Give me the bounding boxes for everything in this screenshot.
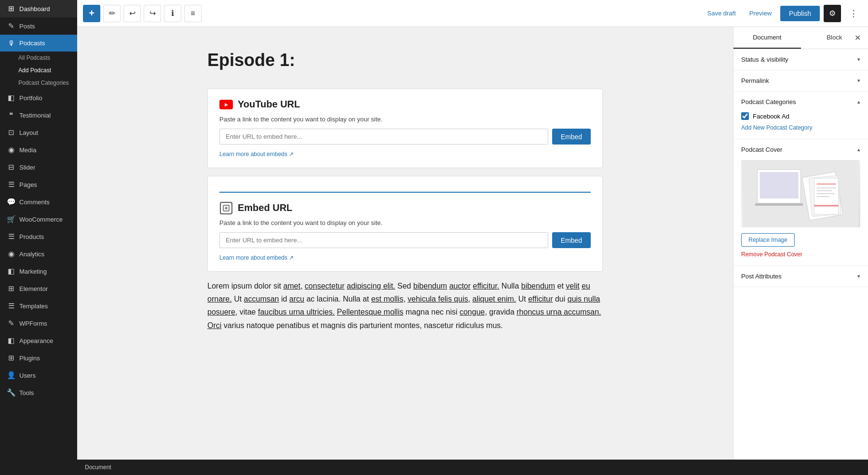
more-options-button[interactable]: ⋮ bbox=[845, 5, 862, 22]
sidebar-item-label: Products bbox=[19, 233, 44, 240]
sidebar-item-label: Podcasts bbox=[19, 40, 45, 47]
add-podcast-category-link[interactable]: Add New Podcast Category bbox=[741, 124, 812, 131]
section-podcast-categories-header[interactable]: Podcast Categories ▴ bbox=[733, 92, 868, 112]
undo-button[interactable]: ↩ bbox=[123, 5, 141, 22]
section-podcast-cover: Podcast Cover ▴ bbox=[733, 139, 868, 266]
elementor-icon: ⊞ bbox=[7, 284, 15, 293]
youtube-url-input[interactable] bbox=[219, 129, 548, 145]
dashboard-icon: ⊞ bbox=[7, 4, 15, 13]
sidebar-item-label: Media bbox=[19, 146, 36, 154]
remove-podcast-cover-link[interactable]: Remove Podcast Cover bbox=[741, 251, 802, 258]
sidebar-sub-add-podcast[interactable]: Add Podcast bbox=[0, 64, 77, 77]
podcasts-icon: 🎙 bbox=[7, 39, 15, 47]
post-attributes-chevron-icon: ▾ bbox=[857, 273, 860, 279]
embed-url-input[interactable] bbox=[219, 232, 548, 248]
sidebar-item-plugins[interactable]: ⊞ Plugins bbox=[0, 349, 77, 367]
section-status-label: Status & visibility bbox=[741, 56, 788, 63]
svg-rect-4 bbox=[755, 203, 803, 206]
section-permalink-header[interactable]: Permalink ▾ bbox=[733, 70, 868, 91]
section-post-attributes-header[interactable]: Post Attributes ▾ bbox=[733, 266, 868, 287]
sidebar-item-comments[interactable]: 💬 Comments bbox=[0, 193, 77, 211]
bottom-bar: Document bbox=[77, 460, 868, 475]
sidebar-item-label: Portfolio bbox=[19, 94, 42, 102]
settings-button[interactable]: ⚙ bbox=[824, 5, 841, 22]
sidebar-item-posts[interactable]: ✎ Posts bbox=[0, 17, 77, 35]
sidebar-item-woocommerce[interactable]: 🛒 WooCommerce bbox=[0, 211, 77, 228]
preview-button[interactable]: Preview bbox=[745, 7, 776, 20]
sidebar-sub-podcast-categories[interactable]: Podcast Categories bbox=[0, 77, 77, 89]
sidebar-item-label: Users bbox=[19, 372, 36, 379]
editor-inner: Episode 1: YouTube URL Paste a link to t… bbox=[207, 46, 603, 332]
post-title[interactable]: Episode 1: bbox=[207, 46, 603, 74]
sidebar-item-label: Pages bbox=[19, 181, 37, 188]
sidebar-item-label: Templates bbox=[19, 303, 48, 310]
sidebar-item-podcasts[interactable]: 🎙 Podcasts ◀ bbox=[0, 35, 77, 52]
embed-separator bbox=[219, 192, 591, 193]
embed-url-input-row: Embed bbox=[219, 232, 591, 248]
sidebar-item-dashboard[interactable]: ⊞ Dashboard bbox=[0, 0, 77, 17]
podcast-cover-image bbox=[741, 160, 860, 227]
sidebar-item-label: Posts bbox=[19, 23, 35, 30]
youtube-embed-block: YouTube URL Paste a link to the content … bbox=[207, 89, 603, 168]
section-post-attributes-label: Post Attributes bbox=[741, 273, 782, 280]
sidebar-item-templates[interactable]: ☰ Templates bbox=[0, 297, 77, 315]
sidebar-item-label: Plugins bbox=[19, 355, 40, 362]
section-podcast-categories: Podcast Categories ▴ Facebook Ad Add New… bbox=[733, 92, 868, 139]
edit-button[interactable]: ✏ bbox=[103, 5, 121, 22]
sidebar-item-pages[interactable]: ☰ Pages bbox=[0, 176, 77, 193]
sidebar-item-products[interactable]: ☰ Products bbox=[0, 228, 77, 245]
add-block-button[interactable]: + bbox=[83, 5, 100, 22]
sidebar-item-wpforms[interactable]: ✎ WPForms bbox=[0, 315, 77, 332]
sidebar-item-media[interactable]: ◉ Media bbox=[0, 141, 77, 158]
sidebar-item-tools[interactable]: 🔧 Tools bbox=[0, 384, 77, 401]
tab-document[interactable]: Document bbox=[733, 27, 801, 49]
sidebar-item-marketing[interactable]: ◧ Marketing bbox=[0, 263, 77, 280]
sidebar-item-testimonial[interactable]: ❝ Testimonial bbox=[0, 106, 77, 124]
embed-url-button[interactable]: Embed bbox=[552, 232, 591, 248]
section-status-header[interactable]: Status & visibility ▾ bbox=[733, 49, 868, 70]
replace-image-button[interactable]: Replace Image bbox=[741, 233, 795, 247]
redo-button[interactable]: ↪ bbox=[144, 5, 161, 22]
status-chevron-icon: ▾ bbox=[857, 56, 860, 63]
embed-generic-icon bbox=[220, 202, 232, 214]
sidebar-item-label: Elementor bbox=[19, 285, 48, 292]
users-icon: 👤 bbox=[7, 371, 15, 380]
sidebar-item-label: Analytics bbox=[19, 251, 44, 258]
podcast-categories-label: Podcast Categories bbox=[18, 79, 69, 86]
youtube-embed-button[interactable]: Embed bbox=[552, 129, 591, 145]
youtube-embed-input-row: Embed bbox=[219, 129, 591, 145]
sidebar-item-layout[interactable]: ⊡ Layout bbox=[0, 124, 77, 141]
publish-button[interactable]: Publish bbox=[780, 6, 820, 21]
podcast-cover-chevron-icon: ▴ bbox=[857, 146, 860, 153]
section-post-attributes: Post Attributes ▾ bbox=[733, 266, 868, 287]
youtube-icon-container bbox=[219, 100, 233, 109]
info-button[interactable]: ℹ bbox=[164, 5, 181, 22]
embed-learn-more-link[interactable]: Learn more about embeds ↗ bbox=[219, 254, 294, 261]
youtube-learn-more-link[interactable]: Learn more about embeds ↗ bbox=[219, 151, 294, 158]
sidebar-sub-all-podcasts[interactable]: All Podcasts bbox=[0, 52, 77, 64]
sidebar-item-slider[interactable]: ⊟ Slider bbox=[0, 158, 77, 176]
embed-generic-icon-container bbox=[219, 203, 233, 213]
youtube-learn-more-text: Learn more about embeds bbox=[219, 151, 287, 158]
section-podcast-cover-content: Replace Image Remove Podcast Cover bbox=[733, 160, 868, 265]
woocommerce-icon: 🛒 bbox=[7, 215, 15, 224]
list-view-button[interactable]: ≡ bbox=[184, 5, 202, 22]
pages-icon: ☰ bbox=[7, 180, 15, 189]
appearance-icon: ◧ bbox=[7, 336, 15, 345]
sidebar-item-users[interactable]: 👤 Users bbox=[0, 367, 77, 384]
lorem-text-block[interactable]: Lorem ipsum dolor sit amet, consectetur … bbox=[207, 279, 603, 332]
sidebar-item-portfolio[interactable]: ◧ Portfolio bbox=[0, 89, 77, 106]
youtube-embed-title: YouTube URL bbox=[238, 99, 300, 110]
slider-icon: ⊟ bbox=[7, 163, 15, 172]
sidebar-item-analytics[interactable]: ◉ Analytics bbox=[0, 245, 77, 263]
sidebar-item-elementor[interactable]: ⊞ Elementor bbox=[0, 280, 77, 297]
plugins-icon: ⊞ bbox=[7, 354, 15, 362]
save-draft-button[interactable]: Save draft bbox=[703, 7, 741, 20]
section-permalink-label: Permalink bbox=[741, 77, 769, 84]
panel-close-button[interactable]: ✕ bbox=[851, 31, 864, 45]
sidebar-item-appearance[interactable]: ◧ Appearance bbox=[0, 332, 77, 349]
facebook-ad-checkbox[interactable] bbox=[741, 112, 749, 120]
posts-icon: ✎ bbox=[7, 22, 15, 30]
section-podcast-cover-header[interactable]: Podcast Cover ▴ bbox=[733, 139, 868, 160]
section-status-visibility: Status & visibility ▾ bbox=[733, 49, 868, 70]
